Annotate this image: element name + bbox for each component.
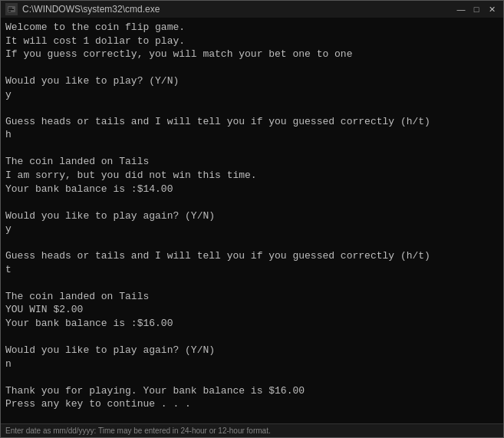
maximize-button[interactable]: □ <box>469 3 483 15</box>
title-bar-left: C:\WINDOWS\system32\cmd.exe <box>5 3 160 15</box>
svg-rect-2 <box>8 9 14 10</box>
title-bar: C:\WINDOWS\system32\cmd.exe — □ ✕ <box>1 1 503 18</box>
close-button[interactable]: ✕ <box>485 3 499 15</box>
cmd-icon <box>5 3 18 15</box>
status-text: Enter date as mm/dd/yyyy: Time may be en… <box>5 426 271 435</box>
title-bar-controls: — □ ✕ <box>454 3 499 15</box>
svg-rect-3 <box>8 11 11 12</box>
terminal-output: Welcome to the coin flip game. It will c… <box>5 21 499 411</box>
minimize-button[interactable]: — <box>454 3 468 15</box>
window-title: C:\WINDOWS\system32\cmd.exe <box>22 4 160 15</box>
status-bar: Enter date as mm/dd/yyyy: Time may be en… <box>1 423 503 437</box>
cmd-window: C:\WINDOWS\system32\cmd.exe — □ ✕ Welcom… <box>0 0 504 438</box>
terminal-area[interactable]: Welcome to the coin flip game. It will c… <box>1 18 503 423</box>
svg-rect-1 <box>8 8 12 8</box>
